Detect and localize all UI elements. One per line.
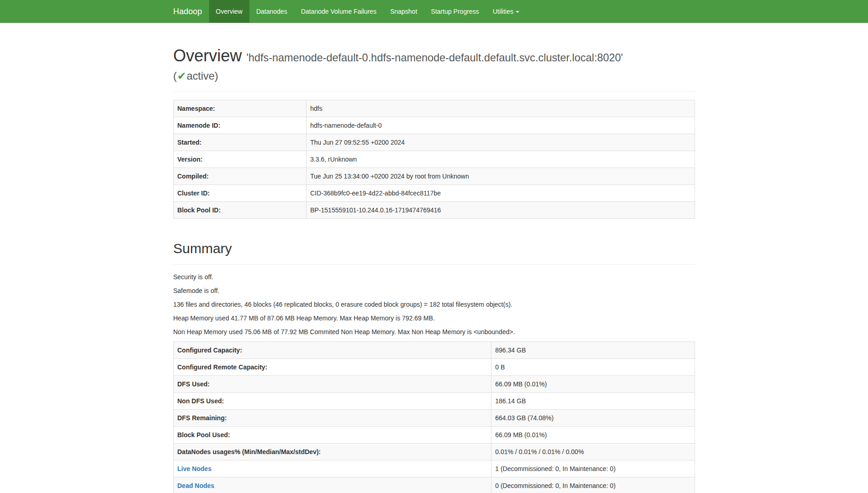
row-value: BP-1515559101-10.244.0.16-1719474769416 — [306, 202, 695, 219]
row-value: 664.03 GB (74.08%) — [491, 410, 695, 427]
brand-link[interactable]: Hadoop — [173, 0, 209, 23]
row-value: 66.09 MB (0.01%) — [491, 427, 695, 444]
row-value: hdfs-namenode-default-0 — [306, 117, 695, 134]
check-icon — [177, 70, 187, 82]
navbar-item: Utilities — [486, 0, 526, 23]
row-label-text: DFS Remaining: — [178, 414, 227, 422]
row-value: 3.3.6, rUnknown — [306, 151, 695, 168]
row-label-link[interactable]: Dead Nodes — [178, 482, 215, 489]
row-label: Started: — [173, 134, 306, 151]
row-label-text: DFS Used: — [178, 380, 210, 388]
row-value: 0 B — [491, 359, 695, 376]
row-value: 0.01% / 0.01% / 0.01% / 0.00% — [491, 444, 695, 460]
caret-down-icon — [516, 11, 519, 13]
row-label: Live Nodes — [173, 460, 491, 477]
title-divider — [173, 91, 695, 92]
table-row: Dead Nodes 0 (Decommissioned: 0, In Main… — [173, 477, 695, 493]
table-row: Cluster ID: CID-368b9fc0-ee19-4d22-abbd-… — [173, 185, 695, 202]
navbar-menu: Overview Datanodes Datanode Volume Failu… — [209, 0, 526, 23]
row-label: DataNodes usages% (Min/Median/Max/stdDev… — [173, 444, 491, 460]
table-row: Block Pool Used: 66.09 MB (0.01%) — [173, 427, 695, 444]
cluster-stats-table-body: Configured Capacity: 896.34 GB Configure… — [173, 342, 695, 493]
navbar-item: Overview — [209, 0, 249, 23]
row-label: Compiled: — [173, 168, 306, 185]
page-title: Overview 'hdfs-namenode-default-0.hdfs-n… — [173, 47, 695, 83]
navbar-link[interactable]: Datanode Volume Failures — [294, 0, 383, 23]
row-value: Thu Jun 27 09:52:55 +0200 2024 — [306, 134, 695, 151]
row-value: 896.34 GB — [491, 342, 695, 359]
row-value: 66.09 MB (0.01%) — [491, 376, 695, 393]
row-label: Cluster ID: — [173, 185, 306, 202]
navbar-item: Startup Progress — [424, 0, 486, 23]
navbar-link[interactable]: Overview — [209, 0, 249, 23]
row-value: CID-368b9fc0-ee19-4d22-abbd-84fcec8117be — [306, 185, 695, 202]
page-title-text: Overview — [173, 46, 242, 65]
row-label: Block Pool ID: — [173, 202, 306, 219]
table-row: Namenode ID: hdfs-namenode-default-0 — [173, 117, 695, 134]
row-label-text: DataNodes usages% (Min/Median/Max/stdDev… — [178, 448, 321, 455]
row-label: Non DFS Used: — [173, 393, 491, 410]
summary-line: 136 files and directories, 46 blocks (46… — [173, 300, 695, 309]
navbar-item: Datanodes — [249, 0, 294, 23]
row-label-text: Non DFS Used: — [178, 397, 224, 405]
row-label-text: Configured Remote Capacity: — [178, 363, 268, 371]
navbar-container: Hadoop Overview Datanodes Datanode Volum… — [167, 0, 702, 23]
table-row: Configured Capacity: 896.34 GB — [173, 342, 695, 359]
navbar-link-label: Snapshot — [390, 8, 417, 15]
table-row: Compiled: Tue Jun 25 13:34:00 +0200 2024… — [173, 168, 695, 185]
summary-line: Security is off. — [173, 273, 695, 282]
row-label: Configured Capacity: — [173, 342, 491, 359]
summary-line: Non Heap Memory used 75.06 MB of 77.92 M… — [173, 328, 695, 337]
summary-heading: Summary — [173, 241, 695, 256]
navbar-item: Datanode Volume Failures — [294, 0, 383, 23]
status-label: active) — [187, 70, 218, 82]
navbar-link[interactable]: Snapshot — [383, 0, 424, 23]
row-label-text: Configured Capacity: — [178, 347, 243, 354]
navbar-link-label: Startup Progress — [431, 8, 479, 15]
row-value: hdfs — [306, 100, 695, 117]
row-label: Version: — [173, 151, 306, 168]
row-value: 0 (Decommissioned: 0, In Maintenance: 0) — [491, 477, 695, 493]
table-row: Version: 3.3.6, rUnknown — [173, 151, 695, 168]
row-label: DFS Remaining: — [173, 410, 491, 427]
navbar-link-label: Utilities — [493, 8, 513, 15]
row-label: Configured Remote Capacity: — [173, 359, 491, 376]
namenode-info-table: Namespace: hdfs Namenode ID: hdfs-nameno… — [173, 100, 695, 219]
navbar-link[interactable]: Utilities — [486, 0, 526, 23]
row-label: Block Pool Used: — [173, 427, 491, 444]
summary-paragraphs: Security is off. Safemode is off. 136 fi… — [173, 273, 695, 337]
summary-line: Heap Memory used 41.77 MB of 87.06 MB He… — [173, 314, 695, 323]
navbar-item: Snapshot — [383, 0, 424, 23]
navbar-link[interactable]: Datanodes — [249, 0, 294, 23]
navbar-link-label: Datanodes — [256, 8, 287, 15]
row-label-text: Block Pool Used: — [178, 431, 230, 439]
row-value: Tue Jun 25 13:34:00 +0200 2024 by root f… — [306, 168, 695, 185]
row-label: Namenode ID: — [173, 117, 306, 134]
summary-line: Safemode is off. — [173, 287, 695, 296]
table-row: Started: Thu Jun 27 09:52:55 +0200 2024 — [173, 134, 695, 151]
table-row: Configured Remote Capacity: 0 B — [173, 359, 695, 376]
table-row: DataNodes usages% (Min/Median/Max/stdDev… — [173, 444, 695, 460]
namenode-info-table-body: Namespace: hdfs Namenode ID: hdfs-nameno… — [173, 100, 695, 219]
summary-divider — [173, 264, 695, 265]
row-value: 186.14 GB — [491, 393, 695, 410]
row-label: Namespace: — [173, 100, 306, 117]
main-content: Overview 'hdfs-namenode-default-0.hdfs-n… — [167, 47, 702, 493]
navbar-link-label: Datanode Volume Failures — [301, 8, 377, 15]
row-label: Dead Nodes — [173, 477, 491, 493]
table-row: Live Nodes 1 (Decommissioned: 0, In Main… — [173, 460, 695, 477]
table-row: DFS Remaining: 664.03 GB (74.08%) — [173, 410, 695, 427]
row-label-link[interactable]: Live Nodes — [178, 465, 212, 472]
row-value: 1 (Decommissioned: 0, In Maintenance: 0) — [491, 460, 695, 477]
navbar-link[interactable]: Startup Progress — [424, 0, 486, 23]
table-row: Namespace: hdfs — [173, 100, 695, 117]
table-row: DFS Used: 66.09 MB (0.01%) — [173, 376, 695, 393]
namenode-address: 'hdfs-namenode-default-0.hdfs-namenode-d… — [247, 52, 623, 64]
navbar-link-label: Overview — [216, 8, 243, 15]
namenode-status: (active) — [173, 70, 218, 82]
table-row: Non DFS Used: 186.14 GB — [173, 393, 695, 410]
cluster-stats-table: Configured Capacity: 896.34 GB Configure… — [173, 341, 695, 493]
row-label: DFS Used: — [173, 376, 491, 393]
navbar: Hadoop Overview Datanodes Datanode Volum… — [0, 0, 868, 23]
table-row: Block Pool ID: BP-1515559101-10.244.0.16… — [173, 202, 695, 219]
